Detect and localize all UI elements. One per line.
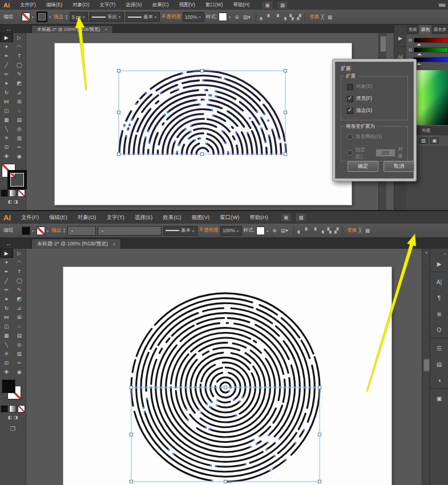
menu-view[interactable]: 视图(V): [174, 0, 200, 10]
column-graph-tool[interactable]: ▥: [13, 349, 26, 358]
color-button[interactable]: [1, 405, 8, 413]
document-setup-icon[interactable]: ⊕: [271, 228, 278, 233]
menu-file[interactable]: 文件(F): [15, 0, 41, 10]
object-checkbox[interactable]: [347, 84, 353, 90]
color-panel-icon[interactable]: ▶: [430, 256, 448, 272]
stroke-weight-stepper[interactable]: ▲▼: [63, 228, 66, 233]
blend-tool[interactable]: ◎: [13, 340, 26, 349]
document-setup-icon[interactable]: ⊕: [233, 14, 240, 20]
gradient-tool[interactable]: ▤: [13, 331, 26, 340]
fill-stroke-indicator[interactable]: [0, 378, 26, 403]
object-checkbox-row[interactable]: 对象(B): [347, 83, 372, 90]
magic-wand-tool[interactable]: ✦: [0, 42, 13, 51]
workspace-label[interactable]: We: [438, 2, 446, 8]
artboards-panel-icon[interactable]: ▣: [430, 138, 439, 144]
item-1[interactable]: 外观: [419, 126, 433, 135]
menu-object[interactable]: 对象(O): [72, 211, 102, 224]
paintbrush-tool[interactable]: ✏: [0, 70, 13, 79]
menu-effect[interactable]: 效果(C): [158, 211, 186, 224]
hand-tool[interactable]: ✚: [0, 152, 13, 161]
tab-颜色参[interactable]: 颜色参: [431, 25, 448, 34]
menu-window[interactable]: 窗口(W): [215, 211, 244, 224]
specify-objects-input[interactable]: 255: [376, 149, 395, 157]
fill-swatch[interactable]: [22, 227, 30, 235]
green-slider[interactable]: [414, 47, 448, 52]
specify-radio-row[interactable]: 指定(E): 255 对象: [347, 146, 407, 160]
align-top-icon[interactable]: ▗: [320, 228, 324, 233]
align-bottom-icon[interactable]: ▞: [334, 228, 338, 233]
menu-type[interactable]: 文字(T): [102, 211, 130, 224]
opacity-link[interactable]: 不透明度: [199, 227, 219, 234]
style-swatch[interactable]: [219, 13, 227, 21]
canvas[interactable]: [26, 249, 422, 485]
width-tool[interactable]: ⋈: [0, 313, 13, 322]
symbol-sprayer-tool[interactable]: ✳: [0, 134, 13, 143]
paragraph-panel-icon[interactable]: ¶: [430, 290, 448, 306]
transparency-panel-icon[interactable]: ◑: [430, 372, 448, 389]
align-right-icon[interactable]: ▝: [313, 228, 317, 233]
bridge-icon[interactable]: ▣: [263, 2, 272, 9]
ok-button[interactable]: 确定: [348, 161, 378, 172]
symbol-sprayer-tool[interactable]: ✳: [0, 349, 13, 358]
brush-definition-dropdown[interactable]: 基本▾: [163, 226, 197, 236]
opacity-dropdown[interactable]: 100%▾: [183, 12, 204, 22]
transform-link[interactable]: 变换: [309, 14, 319, 21]
isolate-icon[interactable]: ╳: [358, 228, 361, 233]
menu-select[interactable]: 选择(S): [130, 211, 158, 224]
perspective-grid-tool[interactable]: ⌂: [13, 106, 26, 115]
align-center-icon[interactable]: ▘: [305, 228, 309, 233]
fill-stroke-indicator[interactable]: [0, 163, 26, 188]
layers-panel-icon[interactable]: ▨: [419, 138, 428, 144]
fill-checkbox[interactable]: [347, 96, 353, 102]
isolate-icon[interactable]: ╳: [321, 14, 324, 20]
menu-file[interactable]: 文件(F): [16, 211, 44, 224]
rotate-tool[interactable]: ↻: [0, 304, 13, 313]
menu-edit[interactable]: 编辑(E): [44, 211, 72, 224]
rotate-tool[interactable]: ↻: [0, 88, 13, 97]
zoom-tool[interactable]: ◉: [13, 152, 26, 161]
selection-tool[interactable]: ▶: [0, 33, 13, 42]
slice-tool[interactable]: ✂: [13, 358, 26, 367]
type-tool[interactable]: T: [13, 51, 26, 60]
stroke-panel-icon[interactable]: ☰: [430, 340, 448, 356]
normal-screen-icon[interactable]: ◧: [7, 415, 12, 420]
menu-object[interactable]: 对象(O): [67, 0, 94, 10]
direct-selection-tool[interactable]: ▷: [13, 33, 26, 42]
blend-tool[interactable]: ◎: [13, 124, 26, 134]
symbols-panel-icon[interactable]: ▣: [430, 390, 448, 406]
none-button[interactable]: [18, 189, 25, 197]
menu-select[interactable]: 选择(S): [120, 0, 147, 10]
free-transform-tool[interactable]: ⊞: [13, 313, 26, 322]
scroll-up-icon[interactable]: ▲: [422, 249, 430, 256]
menu-help[interactable]: 帮助(H): [228, 0, 255, 10]
zoom-tool[interactable]: ◉: [13, 367, 26, 377]
color-panel-icon[interactable]: ▶: [394, 30, 406, 47]
align-left-icon[interactable]: ▖: [298, 228, 302, 233]
pencil-tool[interactable]: ✎: [13, 285, 26, 294]
scale-tool[interactable]: ⊿: [13, 88, 26, 97]
align-center-icon[interactable]: ▘: [268, 14, 272, 20]
hand-tool[interactable]: ✚: [0, 367, 13, 377]
eyedropper-tool[interactable]: ╲: [0, 340, 13, 349]
gradient-mesh-radio[interactable]: [347, 134, 353, 140]
brush-definition-dropdown[interactable]: 基本▾: [126, 12, 160, 22]
eraser-tool[interactable]: ◩: [13, 294, 26, 304]
none-button[interactable]: [18, 405, 25, 413]
shape-builder-tool[interactable]: ◫: [0, 106, 13, 115]
tab-色板[interactable]: 色板: [406, 25, 419, 34]
arrange-icon[interactable]: ▦: [365, 228, 370, 233]
free-transform-tool[interactable]: ⊞: [13, 97, 26, 106]
specify-radio[interactable]: [347, 150, 353, 156]
fill-swatch[interactable]: [22, 13, 30, 21]
line-segment-tool[interactable]: ╱: [0, 276, 13, 285]
pen-tool[interactable]: ✒: [0, 267, 13, 276]
lasso-tool[interactable]: ◠: [13, 258, 26, 267]
normal-screen-icon[interactable]: ◧: [7, 199, 12, 204]
align-right-icon[interactable]: ▝: [275, 14, 279, 20]
menu-window[interactable]: 窗口(W): [200, 0, 228, 10]
stroke-checkbox-row[interactable]: 描边(S): [347, 107, 372, 114]
line-segment-tool[interactable]: ╱: [0, 60, 13, 70]
pen-tool[interactable]: ✒: [0, 51, 13, 60]
fill-color-swatch[interactable]: [2, 379, 15, 393]
red-slider[interactable]: [414, 38, 448, 43]
